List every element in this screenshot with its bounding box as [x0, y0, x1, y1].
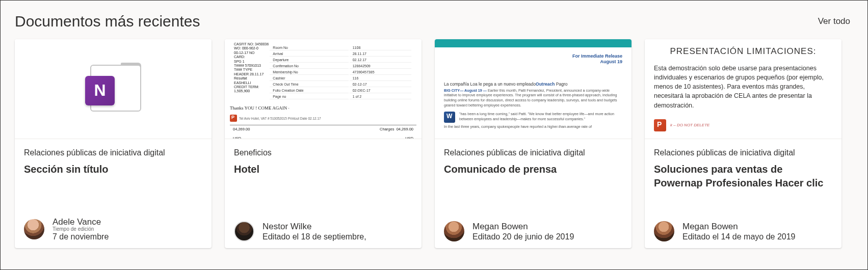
- card-meta: Nestor Wilke Editado el 18 de septiembre…: [262, 221, 366, 242]
- press-quote: "has been a long time coming," said Patt…: [459, 112, 622, 123]
- card-title: Hotel: [234, 163, 412, 176]
- avatar: [24, 219, 44, 239]
- receipt-charges-label: Charges: [380, 127, 394, 131]
- section-header: Documentos más recientes Ver todo: [15, 13, 853, 30]
- receipt-left-line: EASHELLI: [234, 81, 269, 85]
- card-meta: Megan Bowen Editado el 14 de mayo de 201…: [682, 221, 796, 242]
- edited-date: Editado el 18 de septiembre,: [262, 232, 366, 242]
- document-card[interactable]: PRESENTACIÓN LIMITACIONES: Esta demostra…: [645, 39, 841, 248]
- receipt-left-line: WO: 000-902-0: [234, 46, 269, 50]
- do-not-delete-label: k – DO NOT DELETE: [670, 123, 709, 127]
- document-card[interactable]: N Relaciones públicas de iniciativa digi…: [15, 39, 212, 248]
- avatar: [234, 221, 254, 241]
- card-category: Relaciones públicas de iniciativa digita…: [654, 148, 832, 157]
- receipt-row: Membership No47390457385: [270, 70, 411, 75]
- card-footer: Megan Bowen Editado 20 de junio de 2019: [444, 214, 622, 242]
- receipt-row: Folio Creation Date02-DEC-17: [270, 88, 411, 93]
- edited-date: Editado el 14 de mayo de 2019: [682, 232, 796, 242]
- powerpoint-icon: [654, 119, 666, 131]
- recent-documents-section: Documentos más recientes Ver todo N Rela…: [0, 0, 868, 270]
- word-icon: [444, 112, 455, 123]
- preview-thumbnail: CASFIT NO: 3450036WO: 000-902-000-12-17 …: [225, 39, 422, 139]
- document-card[interactable]: CASFIT NO: 3450036WO: 000-902-000-12-17 …: [225, 39, 422, 248]
- receipt-sum-left: 04,269.00: [233, 127, 250, 131]
- receipt-row: Check Out Time02-12-17: [270, 82, 411, 87]
- author-name: Megan Bowen: [472, 221, 574, 232]
- press-release-date: August 19: [444, 59, 622, 65]
- press-headline: La compañía Loa le pega a un nuevo emple…: [444, 82, 622, 87]
- card-info: Relaciones públicas de iniciativa digita…: [435, 139, 632, 248]
- receipt-currency: USD: [233, 136, 241, 139]
- avatar: [654, 221, 674, 241]
- receipt-left-line: Resultat: [234, 76, 269, 80]
- document-card[interactable]: For Immediate Release August 19 La compa…: [435, 39, 632, 248]
- preview-thumbnail: N: [15, 39, 212, 139]
- receipt-left-line: SPG 1: [234, 60, 269, 64]
- card-info: Relaciones públicas de iniciativa digita…: [15, 139, 212, 248]
- author-name: Megan Bowen: [682, 221, 796, 232]
- card-title: Sección sin título: [24, 163, 202, 176]
- doc-accent-bar: [435, 39, 632, 47]
- card-meta: Adele Vance Tiempo de edición 7 de novie…: [52, 217, 109, 242]
- card-title: Soluciones para ventas de Powernap Profe…: [654, 163, 832, 190]
- edited-date: Editado 20 de junio de 2019: [472, 232, 574, 242]
- press-paragraph: BIG CITY— August 19 — Earlier this month…: [444, 88, 622, 108]
- author-name: Nestor Wilke: [262, 221, 366, 232]
- receipt-left-line: CARD:: [234, 55, 269, 59]
- slide-body: Esta demostración solo debe usarse para …: [654, 64, 832, 110]
- card-category: Relaciones públicas de iniciativa digita…: [24, 148, 202, 157]
- receipt-left-line: HEADER 28.11.17: [234, 72, 269, 76]
- card-category: Beneficios: [234, 148, 412, 157]
- receipt-row: Cashier116: [270, 76, 411, 81]
- card-footer: Adele Vance Tiempo de edición 7 de novie…: [24, 209, 202, 242]
- card-grid: N Relaciones públicas de iniciativa digi…: [15, 39, 853, 248]
- card-footer: Megan Bowen Editado el 14 de mayo de 201…: [654, 214, 832, 242]
- edit-time-label: Tiempo de edición: [52, 226, 109, 232]
- receipt-note: Thanks YOU ! COME AGAIN ·: [230, 105, 416, 111]
- receipt-currency: USD: [405, 136, 413, 139]
- card-title: Comunicado de prensa: [444, 163, 622, 176]
- card-info: Beneficios Hotel Nestor Wilke Editado el…: [225, 139, 422, 248]
- card-meta: Megan Bowen Editado 20 de junio de 2019: [472, 221, 574, 242]
- receipt-left-line: T#### 57091013: [234, 64, 269, 68]
- receipt-left-line: CREDIT TERM:: [234, 85, 269, 89]
- receipt-row: Room No1108: [270, 45, 411, 50]
- author-name: Adele Vance: [52, 217, 109, 227]
- card-category: Relaciones públicas de iniciativa digita…: [444, 148, 622, 157]
- see-all-link[interactable]: Ver todo: [815, 14, 853, 29]
- preview-thumbnail: PRESENTACIÓN LIMITACIONES: Esta demostra…: [645, 39, 841, 139]
- card-info: Relaciones públicas de iniciativa digita…: [645, 139, 841, 248]
- receipt-left-line: CASFIT NO: 3450036: [234, 42, 269, 46]
- receipt-row: Page no1 of 2: [270, 94, 411, 99]
- receipt-charges-value: 04,269.00: [397, 127, 413, 131]
- press-paragraph: In the last three years, company spokesp…: [444, 124, 622, 129]
- receipt-left-line: 00-12-17 NO: [234, 51, 269, 55]
- receipt-row: Arrival28.11.17: [270, 51, 411, 57]
- receipt-meta: Tel Aviv Hotel, VAT # 510052015 Printout…: [239, 117, 416, 120]
- powerpoint-icon: [230, 115, 237, 122]
- receipt-row: Departure02.12.17: [270, 58, 411, 63]
- press-release-label: For Immediate Release: [444, 53, 622, 59]
- card-footer: Nestor Wilke Editado el 18 de septiembre…: [234, 214, 412, 242]
- section-title: Documentos más recientes: [15, 13, 200, 30]
- preview-thumbnail: For Immediate Release August 19 La compa…: [435, 39, 632, 139]
- slide-title: PRESENTACIÓN LIMITACIONES:: [654, 46, 832, 57]
- edited-date: 7 de noviembre: [52, 232, 109, 242]
- receipt-left-line: T### TYPE: [234, 68, 269, 72]
- receipt-row: Confirmation No128642509: [270, 64, 411, 69]
- avatar: [444, 221, 464, 241]
- onenote-icon: N: [85, 65, 141, 114]
- receipt-left-line: 1,505,900: [234, 89, 269, 93]
